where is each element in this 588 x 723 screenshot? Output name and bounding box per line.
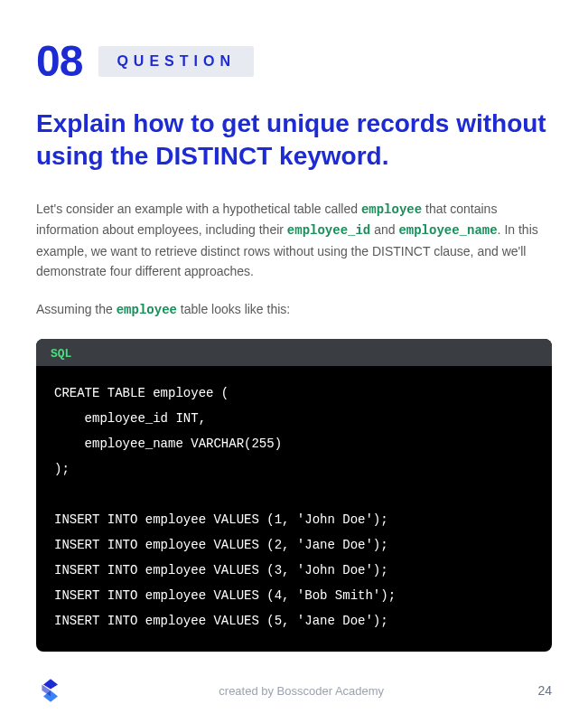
question-label: QUESTION	[117, 53, 236, 70]
question-label-box: QUESTION	[98, 46, 254, 77]
question-title: Explain how to get unique records withou…	[36, 108, 552, 174]
question-number: 08	[36, 36, 82, 86]
text-segment: table looks like this:	[177, 302, 290, 316]
intro-paragraph: Let's consider an example with a hypothe…	[36, 199, 552, 282]
code-body: CREATE TABLE employee ( employee_id INT,…	[36, 366, 552, 652]
inline-code-employee: employee	[361, 202, 422, 217]
page-number: 24	[537, 683, 552, 698]
inline-code-employee-id: employee_id	[287, 223, 370, 238]
inline-code-employee: employee	[117, 303, 177, 317]
code-language-label: SQL	[51, 347, 71, 361]
text-segment: Assuming the	[36, 302, 117, 316]
text-segment: and	[370, 222, 398, 237]
bosscoder-logo-icon	[36, 676, 65, 705]
assumption-paragraph: Assuming the employee table looks like t…	[36, 299, 552, 320]
text-segment: Let's consider an example with a hypothe…	[36, 202, 361, 216]
page-footer: created by Bosscoder Academy 24	[0, 676, 588, 705]
footer-credit: created by Bosscoder Academy	[219, 684, 384, 698]
code-header: SQL	[36, 339, 552, 366]
inline-code-employee-name: employee_name	[398, 223, 497, 238]
code-block: SQL CREATE TABLE employee ( employee_id …	[36, 339, 552, 652]
question-header: 08 QUESTION	[36, 36, 552, 86]
